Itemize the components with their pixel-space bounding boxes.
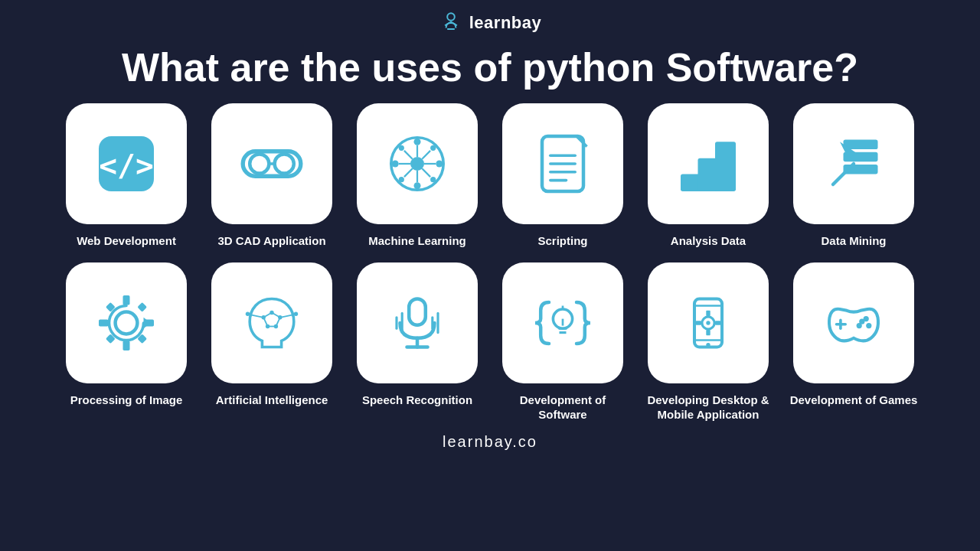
svg-line-58 [250,315,263,318]
svg-rect-33 [715,142,736,191]
card-label-web-development: Web Development [77,233,176,249]
icon-box-artificial-intelligence [211,262,332,383]
svg-point-88 [864,316,869,321]
svg-point-79 [706,321,710,324]
icon-box-data-mining [793,103,914,224]
card-label-processing-image: Processing of Image [70,393,183,408]
microphone-icon [383,289,452,357]
svg-point-87 [866,323,871,328]
icon-box-desktop-mobile [648,262,769,383]
card-label-desktop-mobile: Developing Desktop & Mobile Application [639,393,777,422]
svg-point-59 [246,311,250,315]
svg-rect-83 [715,321,720,324]
svg-point-8 [410,157,424,171]
gamepad-icon [819,289,888,357]
svg-point-10 [414,182,421,189]
svg-marker-47 [144,317,151,328]
svg-line-56 [276,317,279,326]
icon-box-dev-games [793,262,914,383]
svg-point-89 [857,323,862,328]
svg-text:</>: </> [99,148,153,183]
icon-box-web-development: </> [66,103,187,224]
svg-point-15 [399,177,404,182]
card-label-dev-software: Development of Software [494,393,632,422]
icon-box-3d-cad [211,103,332,224]
svg-point-4 [250,155,269,174]
logo: learnbay [439,11,542,35]
card-label-3d-cad: 3D CAD Application [217,233,325,249]
circuit-icon [383,129,452,198]
header: learnbay [0,0,980,38]
doc-icon [528,129,597,198]
svg-line-60 [280,315,294,318]
logo-text: learnbay [469,13,542,33]
svg-rect-81 [706,330,710,335]
card-label-data-mining: Data Mining [822,233,887,249]
svg-line-22 [422,151,430,159]
card-label-machine-learning: Machine Learning [368,233,466,249]
svg-rect-82 [696,321,701,324]
card-dev-software: Development of Software [494,262,632,422]
svg-point-12 [436,161,443,168]
svg-line-54 [272,312,280,317]
bulb-brackets-icon [528,289,597,357]
svg-point-14 [430,145,436,151]
svg-point-16 [430,177,436,182]
footer-url: learnbay.co [443,433,537,450]
icon-box-dev-software [502,262,623,383]
svg-rect-41 [99,319,109,326]
card-dev-games: Development of Games [785,262,923,422]
phone-gear-icon [674,289,743,357]
icon-box-machine-learning [357,103,478,224]
card-scripting: Scripting [494,103,632,249]
icon-box-scripting [502,103,623,224]
svg-point-5 [275,155,294,174]
card-3d-cad: 3D CAD Application [203,103,341,249]
svg-rect-39 [123,295,130,305]
vr-icon [237,129,306,198]
card-desktop-mobile: Developing Desktop & Mobile Application [639,262,777,422]
steps-icon [674,129,743,198]
svg-rect-40 [123,341,130,350]
svg-rect-44 [137,302,147,312]
card-analysis-data: Analysis Data [639,103,777,249]
svg-point-9 [414,139,421,145]
svg-line-55 [263,317,267,326]
svg-point-61 [294,311,298,315]
svg-point-38 [116,311,138,334]
svg-point-13 [399,145,404,151]
svg-rect-80 [706,310,710,315]
card-label-speech-recognition: Speech Recognition [362,393,472,408]
icon-box-processing-image [66,262,187,383]
svg-point-77 [706,343,710,347]
brain-icon [237,289,306,357]
gear-cycle-icon [92,289,161,357]
card-processing-image: Processing of Image [57,262,195,422]
svg-line-21 [404,151,413,159]
icon-box-speech-recognition [357,262,478,383]
card-artificial-intelligence: Artificial Intelligence [203,262,341,422]
card-web-development: </> Web Development [57,103,195,249]
card-label-analysis-data: Analysis Data [671,233,746,249]
footer: learnbay.co [443,433,537,451]
svg-line-24 [422,168,430,177]
card-data-mining: Data Mining [785,103,923,249]
logo-icon [439,11,463,35]
card-label-artificial-intelligence: Artificial Intelligence [216,393,328,408]
card-machine-learning: Machine Learning [348,103,486,249]
card-label-scripting: Scripting [537,233,587,249]
svg-point-0 [447,13,455,21]
svg-line-23 [404,168,413,177]
card-label-dev-games: Development of Games [790,393,918,408]
cards-grid: </> Web Development 3D CAD Application [34,103,946,422]
svg-line-53 [263,312,272,317]
card-speech-recognition: Speech Recognition [348,262,486,422]
svg-rect-62 [409,298,426,324]
mining-icon [819,129,888,198]
svg-point-11 [392,161,399,168]
page-title: What are the uses of python Software? [122,46,858,90]
icon-box-analysis-data [648,103,769,224]
code-icon: </> [92,129,161,198]
